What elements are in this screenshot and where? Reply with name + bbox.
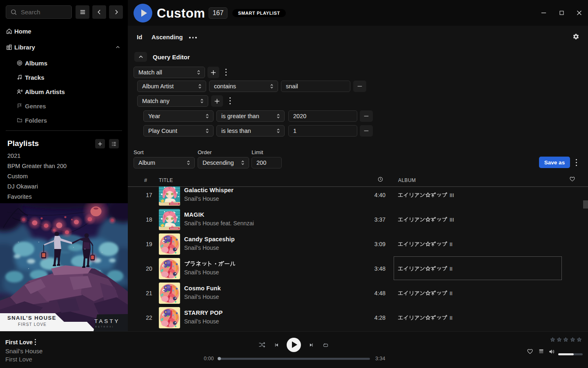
svg-text:SNAIL’S HOUSE: SNAIL’S HOUSE [7, 315, 56, 321]
svg-text:TASTY: TASTY [94, 318, 120, 324]
svg-text:FIRST LOVE: FIRST LOVE [18, 322, 47, 327]
svg-text:RETRRXI: RETRRXI [95, 325, 114, 328]
